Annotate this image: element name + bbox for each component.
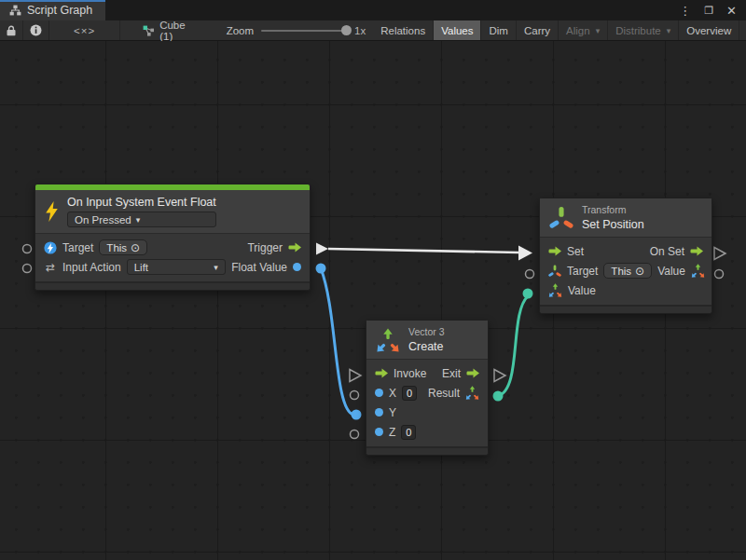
values-button[interactable]: Values — [434, 20, 481, 40]
input-action-dropdown[interactable]: Lift ▾ — [127, 259, 226, 275]
port-floatvalue-out-connected[interactable] — [316, 264, 326, 274]
zoom-control: Zoom 1x — [227, 20, 374, 40]
active-tab-indicator — [0, 0, 105, 2]
flow-arrow-icon — [548, 246, 561, 256]
row-input-action: ⇄ Input Action Lift ▾ Float Value — [35, 257, 310, 277]
close-icon[interactable]: ✕ — [726, 5, 737, 17]
flow-arrow-icon — [375, 368, 388, 378]
port-trigger-out-connected[interactable] — [316, 243, 328, 255]
distribute-button[interactable]: Distribute▾ — [608, 20, 679, 40]
maximize-icon[interactable]: ❐ — [704, 6, 713, 16]
wire-floatvalue-to-y[interactable] — [321, 268, 353, 415]
float-value-label: Float Value — [231, 261, 287, 274]
node-on-input-system-event-float[interactable]: On Input System Event Float On Pressed ▾ — [35, 184, 311, 291]
zoom-slider-knob[interactable] — [341, 25, 352, 35]
full-screen-button[interactable]: Full Screen — [739, 20, 746, 40]
target-picker-icon: ⊙ — [635, 265, 644, 278]
float-port-icon — [375, 408, 383, 417]
graph-hierarchy-icon — [9, 5, 21, 16]
z-value-field[interactable]: 0 — [401, 425, 416, 440]
code-icon: <×> — [74, 25, 95, 36]
row-target-value: Target This ⊙ Value — [540, 261, 711, 280]
port-invoke-in[interactable] — [350, 370, 361, 382]
port-x-in[interactable] — [351, 391, 359, 400]
chevron-down-icon: ▾ — [667, 26, 671, 35]
node-header: Transform Set Position — [540, 198, 711, 238]
port-event-action-in[interactable] — [23, 265, 32, 273]
target-this-button[interactable]: This ⊙ — [99, 239, 147, 255]
vector3-port-icon — [465, 386, 479, 400]
wire-result-to-value[interactable] — [498, 296, 528, 396]
node-title: Create — [408, 340, 445, 353]
flow-arrow-icon — [288, 242, 301, 253]
lock-icon — [7, 25, 16, 36]
menu-icon[interactable]: ⋮ — [679, 5, 691, 17]
zoom-slider[interactable] — [261, 30, 347, 32]
exit-label: Exit — [442, 367, 461, 380]
row-value-in: Value — [540, 280, 711, 300]
row-y: Y — [366, 403, 488, 422]
port-exit-out[interactable] — [494, 370, 505, 382]
x-label: X — [389, 387, 396, 400]
dim-button[interactable]: Dim — [481, 20, 516, 40]
chevron-down-icon: ▾ — [136, 215, 141, 225]
invoke-label: Invoke — [394, 367, 426, 380]
row-x-result: X 0 Result — [366, 383, 488, 403]
code-view-button[interactable]: <×> — [49, 20, 120, 40]
port-set-in-connected[interactable] — [518, 246, 532, 261]
port-event-target-in[interactable] — [23, 245, 32, 253]
info-icon — [30, 24, 42, 36]
vector3-port-icon — [691, 264, 705, 278]
node-category: Vector 3 — [408, 326, 445, 337]
node-header: On Input System Event Float On Pressed ▾ — [35, 190, 310, 234]
transform-port-icon — [548, 265, 561, 278]
tab-label: Script Graph — [27, 4, 92, 17]
graph-node-icon — [143, 25, 155, 36]
row-set-onset: Set On Set — [540, 241, 711, 261]
port-value-out[interactable] — [715, 270, 724, 279]
graph-canvas[interactable]: On Input System Event Float On Pressed ▾ — [0, 41, 746, 560]
x-value-field[interactable]: 0 — [402, 386, 417, 401]
port-y-in-connected[interactable] — [352, 410, 362, 420]
node-title: On Input System Event Float — [67, 196, 216, 209]
node-header: Vector 3 Create — [366, 321, 488, 360]
script-graph-window: Script Graph ⋮ ❐ ✕ — [0, 0, 746, 560]
window-controls: ⋮ ❐ ✕ — [679, 0, 746, 20]
input-action-icon: ⇄ — [44, 261, 57, 274]
trigger-label: Trigger — [247, 241, 283, 254]
zoom-level: 1x — [354, 25, 366, 36]
row-invoke-exit: Invoke Exit — [366, 363, 488, 383]
value-out-label: Value — [657, 265, 685, 278]
input-action-label: Input Action — [62, 261, 121, 274]
event-target-icon — [44, 241, 57, 254]
port-transform-target-in[interactable] — [526, 270, 534, 279]
carry-button[interactable]: Carry — [517, 20, 559, 40]
set-label: Set — [567, 245, 584, 258]
node-footer — [540, 305, 711, 313]
lightning-bolt-icon — [45, 201, 59, 222]
target-this-button[interactable]: This ⊙ — [603, 263, 652, 279]
result-label: Result — [428, 387, 460, 400]
value-in-label: Value — [568, 284, 596, 297]
port-result-out-connected[interactable] — [493, 391, 504, 402]
node-footer — [35, 281, 310, 290]
event-mode-dropdown[interactable]: On Pressed ▾ — [67, 212, 216, 227]
lock-button[interactable] — [0, 20, 23, 40]
graph-ref-label: Cube (1) — [159, 20, 186, 42]
node-category: Transform — [582, 204, 644, 215]
port-z-in[interactable] — [351, 430, 359, 439]
port-onset-out[interactable] — [714, 248, 725, 260]
float-port-icon — [293, 263, 301, 271]
info-button[interactable] — [23, 20, 49, 40]
node-transform-set-position[interactable]: Transform Set Position Set On Set — [539, 198, 712, 314]
graph-breadcrumb[interactable]: Cube (1) — [137, 20, 191, 40]
wire-trigger-to-set[interactable] — [328, 249, 519, 253]
node-vector3-create[interactable]: Vector 3 Create Invoke Exit — [366, 320, 489, 456]
on-set-label: On Set — [650, 245, 684, 258]
port-value-in-connected[interactable] — [523, 289, 533, 299]
align-button[interactable]: Align▾ — [559, 20, 608, 40]
z-label: Z — [389, 426, 395, 439]
overview-button[interactable]: Overview — [679, 20, 739, 40]
tab-script-graph[interactable]: Script Graph — [0, 0, 105, 20]
relations-button[interactable]: Relations — [373, 20, 434, 40]
